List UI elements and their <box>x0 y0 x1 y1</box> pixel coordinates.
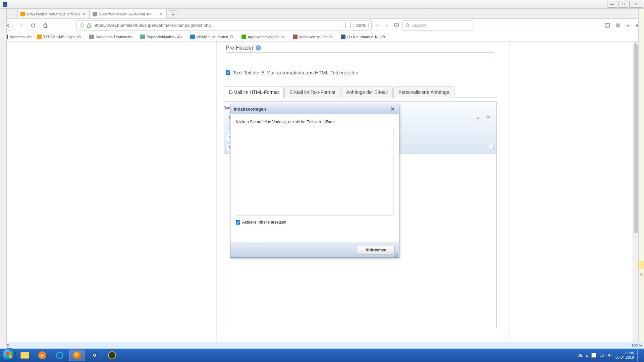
preheader-input[interactable] <box>226 52 494 61</box>
browser-tab-strip: Frau Wolle's Naturhaus [TYPO3 × SuperWeb… <box>0 9 644 19</box>
template-list[interactable] <box>236 128 393 216</box>
start-button[interactable] <box>2 348 16 362</box>
browser-tab-0[interactable]: Frau Wolle's Naturhaus [TYPO3 × <box>17 9 90 18</box>
svg-rect-32 <box>9 355 12 358</box>
taskbar-outlook[interactable]: O <box>87 350 103 361</box>
browser-tab-1[interactable]: SuperWebMailer - E-Mailing 'Relax' × <box>90 9 167 18</box>
bookmark-item[interactable]: SuperWebMailer - An... <box>140 35 185 39</box>
svg-rect-31 <box>6 355 9 358</box>
folder-icon <box>20 352 29 359</box>
editor-tab-personalized[interactable]: Personalisierte Anhänge <box>393 86 454 98</box>
help-icon[interactable]: ? <box>256 45 261 51</box>
volume-icon[interactable] <box>607 353 612 358</box>
editor-tab-attachments[interactable]: Anhänge der E-Mail <box>341 86 393 98</box>
url-text: https://www.bueffelsoft.de/superwebmaile… <box>94 23 342 28</box>
dialog-title: Inhaltsvorlagen <box>234 107 266 112</box>
svg-rect-6 <box>605 23 610 27</box>
typo3-icon <box>37 35 42 39</box>
editor-tab-text[interactable]: E-Mail im Text-Format <box>284 86 340 98</box>
reload-button[interactable] <box>29 21 38 30</box>
overflow-icon[interactable]: » <box>626 22 629 28</box>
window-minimize-button[interactable]: — <box>607 1 617 8</box>
tab-close-icon[interactable]: × <box>159 12 164 16</box>
app-icon <box>108 351 116 359</box>
language-indicator[interactable]: DE <box>578 353 583 357</box>
sidebar-icon[interactable] <box>605 23 610 28</box>
dialog-titlebar[interactable]: Inhaltsvorlagen ✕ <box>230 104 399 114</box>
taskbar-firefox[interactable] <box>69 350 85 361</box>
taskbar-clock[interactable]: 11:06 08.04.2018 <box>615 351 634 360</box>
search-bar[interactable]: Suchen <box>402 20 473 31</box>
bookmark-item[interactable]: TYPO3 CMS Login: p3... <box>37 35 84 39</box>
taskbar-ie[interactable] <box>52 350 68 361</box>
notification-close-icon[interactable]: ✕ <box>639 272 644 277</box>
site-icon <box>89 35 94 39</box>
window-close-button[interactable]: ✕ <box>629 1 643 8</box>
facebook-icon <box>341 35 345 39</box>
statusbar-zoom: 100 % <box>632 344 642 348</box>
network-icon[interactable] <box>599 353 604 358</box>
window-maximize-button[interactable]: ☐ <box>618 1 628 8</box>
taskbar-mediaplayer[interactable]: ▶ <box>34 350 50 361</box>
window-titlebar: — ☐ ✕ <box>0 0 644 9</box>
star-bookmark-icon[interactable]: ☆ <box>385 22 389 28</box>
collapse-toolbar-icon[interactable] <box>489 145 494 149</box>
show-desktop-button[interactable] <box>637 349 640 361</box>
emoji-icon[interactable]: ☺ <box>475 114 483 122</box>
svg-rect-3 <box>88 25 91 27</box>
svg-point-4 <box>406 23 409 26</box>
clock-date: 08.04.2018 <box>615 355 634 360</box>
right-panel-strip: ✕ <box>638 9 644 349</box>
editor-tab-html[interactable]: E-Mail im HTML-Format <box>224 86 284 98</box>
taskbar-explorer[interactable] <box>17 350 33 361</box>
editor-tabstrip: E-Mail im HTML-Format E-Mail im Text-For… <box>224 86 498 98</box>
play-icon: ▶ <box>38 351 46 359</box>
vertical-scrollbar[interactable]: ▴ ▾ <box>633 42 638 349</box>
url-bar[interactable]: https://www.bueffelsoft.de/superwebmaile… <box>76 20 372 31</box>
site-icon <box>190 35 195 39</box>
taskbar-tray: DE ▴ 11:06 08.04.2018 <box>578 349 642 361</box>
forward-button[interactable] <box>17 21 25 30</box>
bookmark-item[interactable]: Meistbesucht <box>3 35 32 39</box>
cancel-button[interactable]: Abbrechen <box>357 246 395 254</box>
zoom-badge[interactable]: 120% <box>353 23 369 28</box>
taskbar-app[interactable] <box>104 350 120 361</box>
scroll-thumb[interactable] <box>634 45 638 233</box>
auto-text-checkbox[interactable] <box>226 70 230 75</box>
hr-icon[interactable]: ― <box>465 114 473 122</box>
search-placeholder: Suchen <box>412 23 426 28</box>
templates-dialog: Inhaltsvorlagen ✕ Klicken Sie auf eine V… <box>230 104 399 258</box>
tab-title: SuperWebMailer - E-Mailing 'Relax' <box>99 12 157 16</box>
new-tab-button[interactable]: + <box>169 10 178 18</box>
browser-toolbar: https://www.bueffelsoft.de/superwebmaile… <box>0 19 644 32</box>
bookmark-item[interactable]: (1) Naturhaus e. K. - St... <box>341 35 388 39</box>
resize-grip-icon[interactable] <box>394 253 398 257</box>
tab-close-icon[interactable]: × <box>82 12 87 16</box>
more-actions-icon[interactable]: ⋯ <box>375 22 380 28</box>
pocket-icon[interactable] <box>394 23 399 28</box>
bookmark-item[interactable]: Index von ftp://ftp.co... <box>293 35 335 39</box>
bookmark-item[interactable]: Agrarwetter von Deuts... <box>241 35 288 39</box>
library-icon[interactable] <box>616 23 620 27</box>
reader-mode-icon[interactable] <box>345 23 351 28</box>
outlook-icon: O <box>91 352 98 359</box>
flag-icon[interactable] <box>591 353 596 358</box>
bookmark-item[interactable]: ViaMichelin: Karten, R... <box>190 35 236 39</box>
lock-icon[interactable] <box>87 23 91 28</box>
favicon-icon <box>20 12 25 16</box>
tray-up-icon[interactable]: ▴ <box>586 353 588 358</box>
svg-rect-30 <box>9 352 12 355</box>
preheader-label: Pre-Header <box>226 45 254 51</box>
special-char-icon[interactable]: Ω <box>484 114 492 122</box>
search-icon <box>406 23 410 28</box>
favicon-icon <box>93 12 97 16</box>
svg-rect-2 <box>82 25 82 26</box>
replace-content-checkbox[interactable] <box>236 220 240 225</box>
info-icon[interactable] <box>79 23 84 28</box>
home-button[interactable] <box>41 21 50 30</box>
firefox-icon <box>73 351 81 359</box>
bookmark-item[interactable]: Naturhaus Traunstein:... <box>89 35 135 39</box>
dialog-close-button[interactable]: ✕ <box>389 106 395 112</box>
site-icon <box>140 35 145 39</box>
notification-badge[interactable] <box>639 261 644 269</box>
